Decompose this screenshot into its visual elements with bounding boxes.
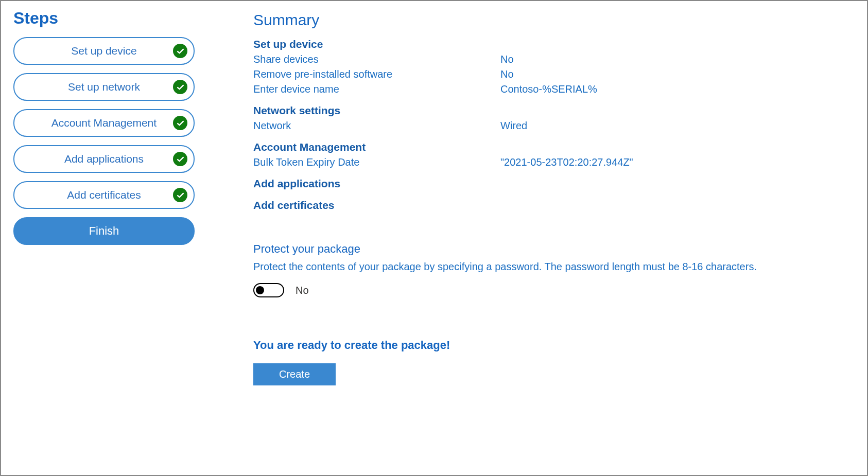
step-finish[interactable]: Finish [13,217,195,245]
summary-title: Summary [253,11,852,29]
section-heading-certs: Add certificates [253,199,852,211]
section-heading-apps: Add applications [253,178,852,190]
checkmark-icon [173,44,187,58]
app-window: Steps Set up device Set up network Accou… [0,0,868,476]
summary-key: Enter device name [253,83,500,95]
step-label: Set up device [71,45,136,57]
step-label: Finish [89,224,119,238]
summary-key: Bulk Token Expiry Date [253,156,500,168]
step-label: Set up network [68,81,140,93]
step-add-certificates[interactable]: Add certificates [13,181,195,209]
checkmark-icon [173,152,187,166]
toggle-knob [256,286,264,294]
step-label: Add applications [64,153,144,165]
checkmark-icon [173,116,187,130]
summary-key: Network [253,120,500,132]
create-button[interactable]: Create [253,363,336,385]
summary-key: Remove pre-installed software [253,68,500,80]
protect-section: Protect your package Protect the content… [253,242,852,297]
section-heading-setup-device: Set up device [253,38,852,50]
protect-description: Protect the contents of your package by … [253,261,852,273]
ready-section: You are ready to create the package! Cre… [253,339,852,385]
steps-title: Steps [13,9,195,28]
step-set-up-network[interactable]: Set up network [13,73,195,101]
step-add-applications[interactable]: Add applications [13,145,195,173]
section-heading-account: Account Management [253,141,852,153]
summary-value: No [500,68,514,80]
section-heading-network: Network settings [253,104,852,117]
summary-row: Bulk Token Expiry Date "2021-05-23T02:20… [253,156,852,168]
summary-row: Remove pre-installed software No [253,68,852,80]
protect-toggle[interactable] [253,283,284,297]
step-label: Account Management [51,117,157,129]
summary-row: Network Wired [253,120,852,132]
summary-value: Contoso-%SERIAL% [500,83,597,95]
summary-value: Wired [500,120,527,132]
protect-heading: Protect your package [253,242,852,256]
checkmark-icon [173,80,187,94]
checkmark-icon [173,188,187,202]
step-label: Add certificates [67,189,141,201]
step-account-management[interactable]: Account Management [13,109,195,137]
steps-sidebar: Steps Set up device Set up network Accou… [1,1,207,475]
protect-toggle-row: No [253,283,852,297]
protect-toggle-label: No [296,285,309,296]
ready-text: You are ready to create the package! [253,339,852,352]
summary-value: "2021-05-23T02:20:27.944Z" [500,156,633,168]
summary-value: No [500,54,514,65]
summary-key: Share devices [253,54,500,65]
summary-panel: Summary Set up device Share devices No R… [207,1,867,475]
summary-row: Enter device name Contoso-%SERIAL% [253,83,852,95]
step-set-up-device[interactable]: Set up device [13,37,195,65]
summary-row: Share devices No [253,54,852,65]
